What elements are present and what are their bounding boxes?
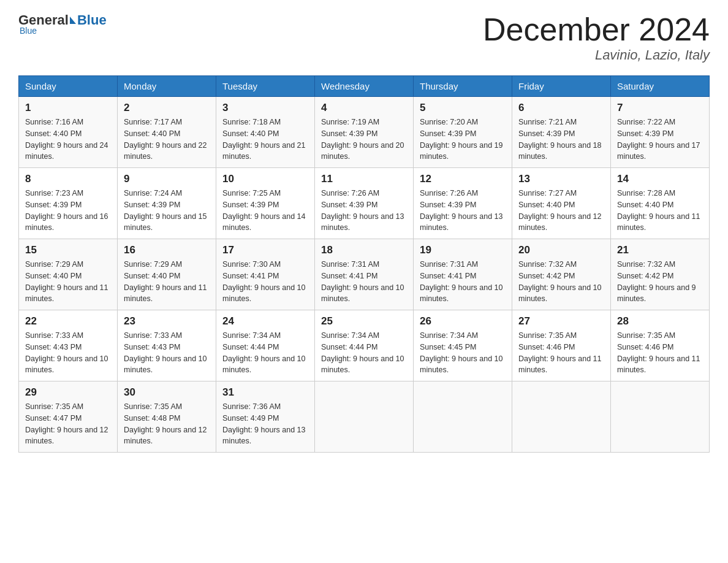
day-number: 29 — [25, 386, 111, 399]
day-info: Sunrise: 7:20 AMSunset: 4:39 PMDaylight:… — [420, 117, 506, 163]
calendar-cell: 28 Sunrise: 7:35 AMSunset: 4:46 PMDaylig… — [611, 310, 710, 381]
calendar-cell — [512, 381, 611, 453]
day-number: 22 — [25, 315, 111, 327]
day-info: Sunrise: 7:36 AMSunset: 4:49 PMDaylight:… — [222, 401, 308, 447]
col-sunday: Sunday — [19, 76, 118, 97]
day-info: Sunrise: 7:22 AMSunset: 4:39 PMDaylight:… — [617, 117, 703, 163]
logo-arrow-icon — [70, 17, 76, 24]
day-info: Sunrise: 7:24 AMSunset: 4:39 PMDaylight:… — [124, 188, 210, 234]
calendar-cell: 1 Sunrise: 7:16 AMSunset: 4:40 PMDayligh… — [19, 97, 118, 168]
calendar-cell: 16 Sunrise: 7:29 AMSunset: 4:40 PMDaylig… — [118, 239, 216, 310]
day-info: Sunrise: 7:34 AMSunset: 4:45 PMDaylight:… — [420, 330, 506, 376]
calendar-cell — [315, 381, 414, 453]
day-info: Sunrise: 7:34 AMSunset: 4:44 PMDaylight:… — [321, 330, 407, 376]
day-info: Sunrise: 7:33 AMSunset: 4:43 PMDaylight:… — [124, 330, 210, 376]
day-info: Sunrise: 7:27 AMSunset: 4:40 PMDaylight:… — [518, 188, 604, 234]
calendar-cell: 22 Sunrise: 7:33 AMSunset: 4:43 PMDaylig… — [19, 310, 118, 381]
day-info: Sunrise: 7:35 AMSunset: 4:48 PMDaylight:… — [124, 401, 210, 447]
calendar-cell: 14 Sunrise: 7:28 AMSunset: 4:40 PMDaylig… — [611, 168, 710, 239]
calendar-cell: 12 Sunrise: 7:26 AMSunset: 4:39 PMDaylig… — [414, 168, 512, 239]
calendar-cell: 27 Sunrise: 7:35 AMSunset: 4:46 PMDaylig… — [512, 310, 611, 381]
day-info: Sunrise: 7:32 AMSunset: 4:42 PMDaylight:… — [518, 259, 604, 305]
calendar-week-row: 8 Sunrise: 7:23 AMSunset: 4:39 PMDayligh… — [19, 168, 710, 239]
calendar-cell: 31 Sunrise: 7:36 AMSunset: 4:49 PMDaylig… — [216, 381, 315, 453]
col-wednesday: Wednesday — [315, 76, 414, 97]
day-info: Sunrise: 7:19 AMSunset: 4:39 PMDaylight:… — [321, 117, 407, 163]
location-subtitle: Lavinio, Lazio, Italy — [483, 47, 710, 63]
calendar-week-row: 15 Sunrise: 7:29 AMSunset: 4:40 PMDaylig… — [19, 239, 710, 310]
day-info: Sunrise: 7:29 AMSunset: 4:40 PMDaylight:… — [124, 259, 210, 305]
calendar-cell — [414, 381, 512, 453]
calendar-cell: 26 Sunrise: 7:34 AMSunset: 4:45 PMDaylig… — [414, 310, 512, 381]
calendar-cell: 5 Sunrise: 7:20 AMSunset: 4:39 PMDayligh… — [414, 97, 512, 168]
day-number: 19 — [420, 244, 506, 256]
day-number: 3 — [222, 102, 308, 114]
calendar-cell: 6 Sunrise: 7:21 AMSunset: 4:39 PMDayligh… — [512, 97, 611, 168]
day-number: 31 — [222, 386, 308, 399]
calendar-cell: 17 Sunrise: 7:30 AMSunset: 4:41 PMDaylig… — [216, 239, 315, 310]
day-number: 18 — [321, 244, 407, 256]
day-info: Sunrise: 7:25 AMSunset: 4:39 PMDaylight:… — [222, 188, 308, 234]
day-number: 11 — [321, 173, 407, 185]
calendar-cell: 8 Sunrise: 7:23 AMSunset: 4:39 PMDayligh… — [19, 168, 118, 239]
day-info: Sunrise: 7:35 AMSunset: 4:47 PMDaylight:… — [25, 401, 111, 447]
day-number: 8 — [25, 173, 111, 185]
col-saturday: Saturday — [611, 76, 710, 97]
day-number: 26 — [420, 315, 506, 327]
day-info: Sunrise: 7:29 AMSunset: 4:40 PMDaylight:… — [25, 259, 111, 305]
col-tuesday: Tuesday — [216, 76, 315, 97]
calendar-cell: 3 Sunrise: 7:18 AMSunset: 4:40 PMDayligh… — [216, 97, 315, 168]
day-info: Sunrise: 7:18 AMSunset: 4:40 PMDaylight:… — [222, 117, 308, 163]
calendar-cell: 11 Sunrise: 7:26 AMSunset: 4:39 PMDaylig… — [315, 168, 414, 239]
calendar-cell: 15 Sunrise: 7:29 AMSunset: 4:40 PMDaylig… — [19, 239, 118, 310]
logo-subtitle: Blue — [20, 26, 37, 36]
calendar-cell: 7 Sunrise: 7:22 AMSunset: 4:39 PMDayligh… — [611, 97, 710, 168]
calendar-cell: 10 Sunrise: 7:25 AMSunset: 4:39 PMDaylig… — [216, 168, 315, 239]
calendar-cell — [611, 381, 710, 453]
month-title: December 2024 — [483, 12, 710, 47]
calendar-cell: 23 Sunrise: 7:33 AMSunset: 4:43 PMDaylig… — [118, 310, 216, 381]
calendar-week-row: 29 Sunrise: 7:35 AMSunset: 4:47 PMDaylig… — [19, 381, 710, 453]
day-number: 28 — [617, 315, 703, 327]
day-number: 10 — [222, 173, 308, 185]
logo-blue-text: Blue — [77, 12, 107, 28]
day-number: 24 — [222, 315, 308, 327]
day-info: Sunrise: 7:26 AMSunset: 4:39 PMDaylight:… — [321, 188, 407, 234]
calendar-cell: 29 Sunrise: 7:35 AMSunset: 4:47 PMDaylig… — [19, 381, 118, 453]
day-number: 12 — [420, 173, 506, 185]
day-number: 7 — [617, 102, 703, 114]
col-monday: Monday — [118, 76, 216, 97]
day-number: 15 — [25, 244, 111, 256]
logo: General Blue Blue — [18, 12, 107, 36]
day-info: Sunrise: 7:32 AMSunset: 4:42 PMDaylight:… — [617, 259, 703, 305]
day-info: Sunrise: 7:30 AMSunset: 4:41 PMDaylight:… — [222, 259, 308, 305]
day-info: Sunrise: 7:17 AMSunset: 4:40 PMDaylight:… — [124, 117, 210, 163]
day-info: Sunrise: 7:35 AMSunset: 4:46 PMDaylight:… — [617, 330, 703, 376]
day-info: Sunrise: 7:23 AMSunset: 4:39 PMDaylight:… — [25, 188, 111, 234]
title-block: December 2024 Lavinio, Lazio, Italy — [483, 12, 710, 63]
day-number: 5 — [420, 102, 506, 114]
day-info: Sunrise: 7:28 AMSunset: 4:40 PMDaylight:… — [617, 188, 703, 234]
calendar-cell: 13 Sunrise: 7:27 AMSunset: 4:40 PMDaylig… — [512, 168, 611, 239]
calendar-cell: 9 Sunrise: 7:24 AMSunset: 4:39 PMDayligh… — [118, 168, 216, 239]
calendar-cell: 4 Sunrise: 7:19 AMSunset: 4:39 PMDayligh… — [315, 97, 414, 168]
day-info: Sunrise: 7:33 AMSunset: 4:43 PMDaylight:… — [25, 330, 111, 376]
day-number: 16 — [124, 244, 210, 256]
day-number: 4 — [321, 102, 407, 114]
calendar-week-row: 22 Sunrise: 7:33 AMSunset: 4:43 PMDaylig… — [19, 310, 710, 381]
day-number: 17 — [222, 244, 308, 256]
calendar-header-row: Sunday Monday Tuesday Wednesday Thursday… — [19, 76, 710, 97]
day-number: 25 — [321, 315, 407, 327]
day-info: Sunrise: 7:21 AMSunset: 4:39 PMDaylight:… — [518, 117, 604, 163]
day-number: 30 — [124, 386, 210, 399]
day-info: Sunrise: 7:34 AMSunset: 4:44 PMDaylight:… — [222, 330, 308, 376]
day-number: 6 — [518, 102, 604, 114]
calendar-cell: 24 Sunrise: 7:34 AMSunset: 4:44 PMDaylig… — [216, 310, 315, 381]
calendar-table: Sunday Monday Tuesday Wednesday Thursday… — [18, 75, 710, 453]
day-number: 9 — [124, 173, 210, 185]
day-number: 23 — [124, 315, 210, 327]
day-info: Sunrise: 7:35 AMSunset: 4:46 PMDaylight:… — [518, 330, 604, 376]
day-number: 21 — [617, 244, 703, 256]
col-friday: Friday — [512, 76, 611, 97]
day-info: Sunrise: 7:16 AMSunset: 4:40 PMDaylight:… — [25, 117, 111, 163]
